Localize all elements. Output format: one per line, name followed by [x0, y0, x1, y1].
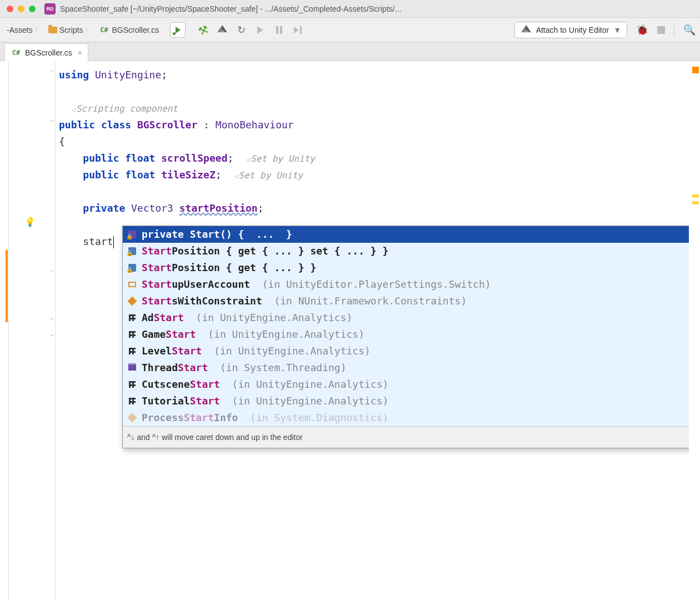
highlight-marker[interactable]	[692, 194, 699, 198]
completion-text: Position { get { ... } }	[172, 262, 316, 273]
fold-handle[interactable]: ⌃	[49, 317, 54, 324]
punct: ;	[216, 169, 222, 181]
change-marker	[6, 250, 8, 322]
punct: :	[197, 119, 216, 131]
completion-item[interactable]: AdStart (in UnityEngine.Analytics)	[123, 309, 699, 326]
caret	[113, 236, 114, 248]
chevron-right-icon: 〉	[35, 25, 42, 34]
close-icon[interactable]: ×	[78, 48, 82, 57]
step-icon	[294, 26, 302, 34]
gutter[interactable]: – – 💡 – ⌃ ⌃	[9, 61, 56, 600]
dot-icon	[173, 32, 176, 35]
close-window-button[interactable]	[7, 6, 13, 12]
code-editor[interactable]: using UnityEngine; Scripting component p…	[56, 61, 689, 600]
class-name: BGScroller	[137, 119, 197, 131]
debug-button[interactable]: 🐞	[636, 24, 648, 36]
completion-location: (in System.Threading)	[220, 362, 347, 373]
fold-handle[interactable]: ⌃	[49, 333, 54, 341]
play-button[interactable]	[253, 23, 267, 37]
field-name: scrollSpeed	[161, 152, 227, 164]
fold-handle[interactable]: –	[49, 117, 54, 124]
delegate-icon	[127, 365, 137, 371]
completion-match: Start	[154, 312, 184, 323]
minimize-window-button[interactable]	[18, 6, 24, 12]
completion-item[interactable]: ProcessStartInfo (in System.Diagnostics)	[123, 409, 699, 426]
event-icon	[127, 348, 137, 354]
tab-bgscroller[interactable]: C# BGScroller.cs ×	[4, 43, 88, 61]
fold-handle[interactable]: –	[49, 67, 54, 74]
build-run-controls: ⚒	[197, 23, 304, 37]
fold-handle[interactable]: –	[49, 267, 54, 274]
completion-item[interactable]: StartsWithConstraint (in NUnit.Framework…	[123, 293, 699, 309]
maximize-window-button[interactable]	[29, 6, 36, 12]
step-button[interactable]	[291, 23, 304, 37]
editor-shell: – – 💡 – ⌃ ⌃ using UnityEngine; Scripting…	[0, 61, 700, 600]
search-button[interactable]: 🔍	[683, 24, 696, 36]
breadcrumb-file[interactable]: C# BGScroller.cs	[96, 24, 161, 36]
right-marker-strip[interactable]	[689, 61, 700, 600]
keyword: class	[101, 119, 131, 131]
completion-location: (in UnityEngine.Analytics)	[196, 312, 353, 323]
completion-item[interactable]: CutsceneStart (in UnityEngine.Analytics)	[123, 376, 699, 393]
code-hint: Set by Unity	[251, 153, 315, 164]
completion-text: Process	[142, 412, 184, 423]
property-icon	[127, 247, 137, 255]
completion-item[interactable]: StartPosition { get { ... } set { ... } …	[123, 243, 699, 259]
highlight-marker[interactable]	[692, 201, 699, 204]
run-target-selector[interactable]	[170, 22, 186, 38]
left-marker-strip	[0, 61, 9, 600]
breadcrumb-label: BGScroller.cs	[112, 26, 159, 34]
warning-marker[interactable]	[692, 67, 699, 73]
completion-text: Cutscene	[142, 378, 190, 390]
intention-bulb-icon[interactable]: 💡	[24, 217, 36, 227]
unity-hint-icon	[246, 153, 251, 164]
unity-hint-icon	[233, 170, 238, 181]
keyword: public	[83, 169, 119, 181]
breadcrumb-label: -Assets	[7, 26, 33, 34]
completion-item[interactable]: GameStart (in UnityEngine.Analytics)	[123, 326, 699, 343]
csharp-file-icon: C#	[11, 48, 22, 57]
keyword: float	[125, 152, 155, 164]
completion-match: Start	[184, 412, 214, 423]
keyword: private	[83, 202, 125, 214]
attach-label: Attach to Unity Editor	[536, 26, 609, 34]
code-completion-popup[interactable]: private Start() { ... } StartPosition { …	[122, 226, 700, 448]
window-controls	[7, 6, 36, 12]
completion-item[interactable]: ThreadStart (in System.Threading)	[123, 359, 699, 376]
completion-item[interactable]: TutorialStart (in UnityEngine.Analytics)	[123, 393, 699, 409]
completion-text: Thread	[142, 362, 178, 373]
code-hint: Scripting component	[76, 103, 178, 114]
build-button[interactable]: ⚒	[195, 21, 212, 38]
unity-hint-icon	[71, 103, 76, 114]
punct: ;	[161, 69, 167, 81]
attach-configuration-dropdown[interactable]: Attach to Unity Editor ▼	[514, 22, 627, 38]
completion-location: (in UnityEngine.Analytics)	[232, 395, 389, 407]
completion-item[interactable]: LevelStart (in UnityEngine.Analytics)	[123, 343, 699, 359]
unity-link-button[interactable]	[216, 23, 229, 37]
completion-text: () { ... }	[220, 228, 292, 240]
typed-text: start	[83, 236, 113, 247]
type-ref: MonoBehaviour	[216, 119, 294, 131]
completion-item[interactable]: StartupUserAccount (in UnityEditor.Playe…	[123, 276, 699, 293]
refresh-button[interactable]	[234, 23, 248, 37]
app-icon: RD	[44, 3, 56, 14]
titlebar: RD SpaceShooter_safe [~/UnityProjects/Sp…	[0, 0, 700, 18]
punct: ;	[227, 152, 233, 164]
completion-match: Start	[190, 378, 220, 390]
completion-item[interactable]: StartPosition { get { ... } }	[123, 259, 699, 276]
breadcrumb-scripts[interactable]: Scripts 〉	[46, 24, 94, 36]
play-icon	[176, 27, 181, 33]
method-icon	[127, 231, 137, 238]
separator	[674, 23, 674, 37]
class-icon	[127, 298, 137, 304]
window-title: SpaceShooter_safe [~/UnityProjects/Space…	[60, 4, 693, 13]
completion-match: Start	[190, 228, 220, 240]
completion-item[interactable]: private Start() { ... }	[123, 226, 699, 243]
completion-footer-hint: ^↓ and ^↑ will move caret down and up in…	[123, 426, 699, 448]
pause-button[interactable]	[272, 23, 286, 37]
stop-button[interactable]	[657, 26, 665, 34]
editor-tabbar: C# BGScroller.cs ×	[0, 42, 700, 61]
completion-location: (in UnityEngine.Analytics)	[232, 378, 389, 390]
breadcrumb-assets[interactable]: -Assets 〉	[4, 24, 44, 36]
completion-text: Ad	[142, 312, 154, 323]
